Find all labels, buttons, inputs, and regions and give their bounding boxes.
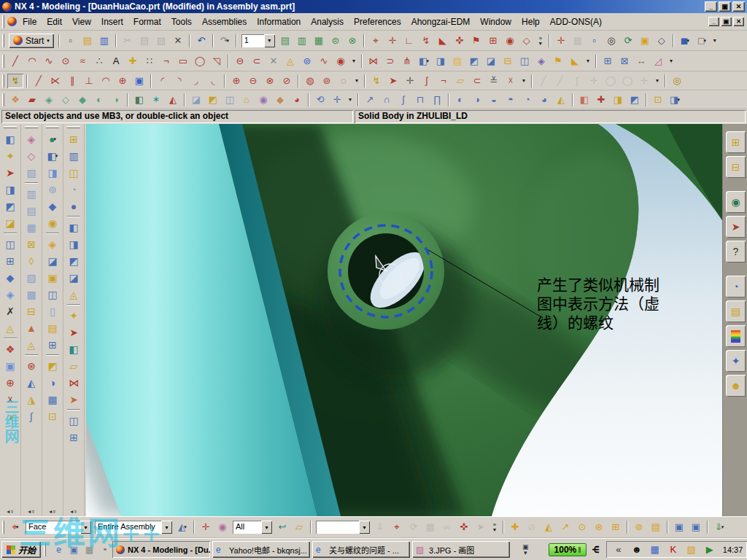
section-surface-icon[interactable]: ◆ bbox=[74, 93, 90, 107]
grid-icon[interactable]: ▦ bbox=[422, 520, 438, 534]
cycle-icon[interactable]: ⟳ bbox=[406, 520, 422, 534]
feature-name-combo[interactable]: ▾ bbox=[316, 521, 370, 534]
line-icon[interactable]: ╱ bbox=[7, 54, 23, 69]
explode-icon[interactable]: ◬ bbox=[65, 286, 82, 303]
block-side-icon[interactable]: ⊠ bbox=[23, 236, 40, 252]
wave-editor-icon[interactable]: ▣ bbox=[688, 520, 704, 534]
save-icon[interactable]: ▥ bbox=[96, 34, 112, 48]
work-part-icon[interactable]: ◭▾ bbox=[174, 520, 190, 534]
wave-geometry-icon[interactable]: ▣ bbox=[671, 520, 687, 534]
x-form-icon[interactable]: ⟲ bbox=[312, 93, 328, 107]
trim-body-icon[interactable]: ◩ bbox=[466, 54, 482, 69]
toolbar-grip[interactable] bbox=[67, 126, 80, 128]
sketch-line-icon[interactable]: ╱ bbox=[535, 74, 551, 88]
rotate-view-icon[interactable]: ⟳ bbox=[620, 34, 636, 48]
menu-ahongzai-edm[interactable]: Ahongzai-EDM bbox=[406, 15, 476, 29]
toolbar-grip[interactable] bbox=[25, 126, 38, 128]
curve-icon[interactable]: ≈ bbox=[74, 54, 90, 69]
cone-side-icon[interactable]: ▤ bbox=[23, 202, 40, 219]
menu-preferences[interactable]: Preferences bbox=[349, 15, 406, 29]
pocket-side-icon[interactable]: ◫ bbox=[1, 236, 19, 252]
replace-icon[interactable]: ⊞ bbox=[608, 520, 624, 534]
delete-face-icon[interactable]: ☓ bbox=[1, 391, 19, 408]
four-point-surface-icon[interactable]: ◈ bbox=[41, 93, 57, 107]
extrude-side-icon[interactable]: ◧ bbox=[1, 131, 19, 147]
project-curve-icon[interactable]: ⋈ bbox=[365, 54, 382, 69]
new-component-icon[interactable]: ⊘ bbox=[524, 520, 540, 534]
substitute-icon[interactable]: ◫ bbox=[65, 412, 82, 429]
pattern-component-icon[interactable]: ⊛ bbox=[591, 520, 607, 534]
scale-side-icon[interactable]: ▯ bbox=[44, 303, 61, 319]
datum-csys-icon[interactable]: ◇ bbox=[519, 34, 535, 48]
rectangle-icon[interactable]: ▭ bbox=[175, 54, 191, 69]
snap-parallel-icon[interactable]: ∥ bbox=[64, 74, 80, 88]
curve-side-icon[interactable]: ∫ bbox=[23, 408, 40, 424]
sketch-circle-icon[interactable]: ◯ bbox=[603, 74, 619, 88]
gallery-dropdown-arrow[interactable]: ▾ bbox=[667, 58, 676, 64]
gallery-dropdown-arrow[interactable]: ▾ bbox=[584, 58, 592, 64]
deform-icon[interactable]: ⋈ bbox=[65, 374, 82, 391]
arc-center-icon[interactable]: ⊚ bbox=[319, 74, 335, 88]
array-icon[interactable]: ⊞ bbox=[65, 429, 82, 446]
layer-category-icon[interactable]: ▦ bbox=[311, 34, 327, 48]
helix-icon[interactable]: ⊚ bbox=[299, 54, 315, 69]
enlarge-icon[interactable]: ⌂ bbox=[239, 93, 255, 107]
point-constructor-icon[interactable]: ⌖ bbox=[389, 520, 405, 534]
subtract-icon[interactable]: ✚ bbox=[593, 93, 609, 107]
roles-tab[interactable]: ☻ bbox=[726, 375, 746, 397]
swept-side-icon[interactable]: ▨ bbox=[23, 269, 40, 286]
taskbar-chevron[interactable]: ▣▾ bbox=[522, 544, 529, 556]
chamfer-feature-icon[interactable]: ⊓ bbox=[412, 93, 428, 107]
flexible-icon[interactable]: ➤ bbox=[65, 391, 82, 408]
wireframe-display-icon[interactable]: ◻▾ bbox=[694, 34, 710, 48]
hole-icon[interactable]: ◐ bbox=[452, 93, 468, 107]
replace-component-icon[interactable]: ◨ bbox=[65, 236, 82, 252]
snap-perpendicular-icon[interactable]: ⊥ bbox=[81, 74, 97, 88]
patch-icon[interactable]: ◈ bbox=[533, 54, 549, 69]
circle-quadrant-icon[interactable]: ⊖ bbox=[245, 74, 261, 88]
sew-side-icon[interactable]: ⊟ bbox=[23, 303, 40, 319]
offset-face-icon[interactable]: ◫ bbox=[44, 286, 61, 303]
ie-quicklaunch-icon[interactable]: e bbox=[52, 542, 66, 556]
extract-curve-icon[interactable]: ◉ bbox=[333, 54, 349, 69]
scale-icon[interactable]: ◣ bbox=[567, 54, 583, 69]
wcs-display-icon[interactable]: ✜ bbox=[452, 34, 468, 48]
snap-point-combo[interactable]: All▾ bbox=[233, 521, 272, 534]
toolbar-grip[interactable] bbox=[2, 93, 4, 106]
fillet2-icon[interactable]: ◝ bbox=[171, 74, 187, 88]
wave-link-icon[interactable]: ● bbox=[65, 198, 82, 214]
datum-axis-side-icon[interactable]: ◇ bbox=[23, 147, 40, 164]
highlight-icon[interactable]: ◉ bbox=[214, 520, 231, 534]
offset-handle-icon[interactable]: ✜ bbox=[456, 520, 472, 534]
sweep-side-icon[interactable]: ➤ bbox=[1, 164, 19, 181]
point-icon[interactable]: ✚ bbox=[125, 54, 141, 69]
menu-help[interactable]: Help bbox=[516, 15, 545, 29]
layer-visible-icon[interactable]: ▥ bbox=[294, 34, 310, 48]
graphics-tray-icon[interactable]: ▨ bbox=[684, 542, 700, 557]
patch-side-icon[interactable]: ◑ bbox=[1, 408, 19, 424]
selection-scope-combo[interactable]: Entire Assembly▾ bbox=[95, 521, 172, 534]
quicklaunch-grip[interactable] bbox=[44, 543, 46, 556]
help-tab[interactable]: ? bbox=[726, 241, 746, 262]
battery-indicator[interactable]: 100% bbox=[549, 543, 587, 556]
taskbar-task[interactable]: ▨3.JPG - 画图 bbox=[412, 541, 510, 558]
wcs-dynamics-icon[interactable]: ✛ bbox=[384, 34, 400, 48]
menu-tools[interactable]: Tools bbox=[166, 15, 197, 29]
sequence-icon[interactable]: ✦ bbox=[65, 307, 82, 324]
bounded-side-icon[interactable]: ◪ bbox=[44, 252, 61, 269]
load-options-icon[interactable]: ⇓▾ bbox=[711, 520, 727, 534]
mate-icon[interactable]: ◩ bbox=[65, 252, 82, 269]
unite-side-icon[interactable]: ◨ bbox=[44, 164, 61, 181]
ellipse-icon[interactable]: ⊖ bbox=[232, 54, 248, 69]
mirror-assembly-icon[interactable]: ◭ bbox=[541, 520, 557, 534]
move-down-icon[interactable]: ⇓ bbox=[372, 520, 388, 534]
toolbar-chevron[interactable]: ◂» bbox=[28, 508, 34, 515]
draft-side-icon[interactable]: ▦ bbox=[44, 391, 61, 408]
toolbar-grip[interactable] bbox=[2, 521, 4, 534]
prism-side-icon[interactable]: ◊ bbox=[23, 252, 40, 269]
show-desktop-icon[interactable]: ▣ bbox=[67, 542, 81, 556]
menu-insert[interactable]: Insert bbox=[96, 15, 128, 29]
gallery-dropdown-arrow[interactable]: ▾ bbox=[349, 58, 358, 64]
assembly-constraint-icon[interactable]: ⊙ bbox=[574, 520, 590, 534]
nx-start-button[interactable]: Start▾ bbox=[9, 34, 54, 48]
